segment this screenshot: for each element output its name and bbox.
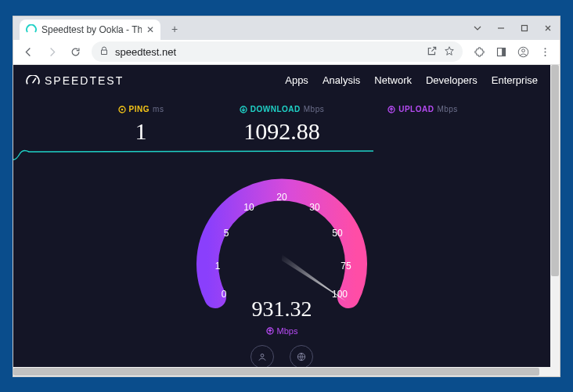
tick-5: 5 [224,228,229,239]
svg-point-5 [521,49,524,52]
scroll-corner [550,367,560,376]
ping-metric: PING ms 1 [98,102,184,145]
svg-point-7 [544,51,546,52]
speed-gauge: 0 1 5 10 20 30 50 75 100 931.32 [192,168,372,325]
menu-icon[interactable] [535,41,555,62]
vertical-scrollbar[interactable] [550,65,560,367]
svg-rect-3 [502,48,505,56]
tick-100: 100 [332,289,348,300]
window-maximize-button[interactable] [513,16,536,40]
profile-button[interactable] [250,345,274,367]
result-graph [13,149,373,160]
tick-1: 1 [215,261,221,272]
speedtest-logo-icon [26,75,40,86]
sidepanel-icon[interactable] [491,41,511,62]
site-header: SPEEDTEST Apps Analysis Network Develope… [13,65,550,96]
gauge-upload-icon [266,327,274,335]
extensions-icon[interactable] [469,41,489,62]
window-close-button[interactable] [536,16,560,40]
horizontal-scrollbar[interactable] [13,367,550,376]
nav-developers[interactable]: Developers [426,74,478,86]
tick-50: 50 [332,228,342,239]
reload-button[interactable] [65,41,85,62]
ping-value: 1 [98,118,184,145]
share-icon[interactable] [427,45,438,59]
page-content: SPEEDTEST Apps Analysis Network Develope… [13,65,560,376]
lock-icon [99,46,109,58]
logo-text: SPEEDTEST [45,74,124,87]
tick-20: 20 [276,192,286,203]
metrics-row: PING ms 1 DOWNLOAD Mbps 1092.88 [13,102,550,145]
toolbar: speedtest.net [13,40,560,65]
url-text: speedtest.net [115,46,420,58]
tab-title: Speedtest by Ookla - The Global [41,24,142,35]
download-icon [240,106,247,113]
gauge-unit-row: Mbps [13,326,550,336]
browser-window: Speedtest by Ookla - The Global ✕ + spee… [13,16,560,377]
site-logo[interactable]: SPEEDTEST [26,74,124,87]
new-tab-button[interactable]: + [165,20,184,38]
titlebar: Speedtest by Ookla - The Global ✕ + [13,16,560,40]
nav-analysis[interactable]: Analysis [323,74,360,86]
upload-icon [387,106,395,113]
tab-favicon [26,24,37,35]
tick-10: 10 [243,202,254,213]
gauge-value: 931.32 [252,297,312,322]
tick-0: 0 [222,289,227,300]
horizontal-scrollbar-thumb[interactable] [13,368,539,376]
back-button[interactable] [18,41,38,62]
svg-point-11 [121,108,123,110]
download-metric: DOWNLOAD Mbps 1092.88 [239,102,325,145]
window-minimize-button[interactable] [489,16,513,40]
tick-75: 75 [341,261,351,272]
svg-line-9 [33,78,36,82]
window-dropdown-button[interactable] [466,16,489,40]
svg-point-6 [544,48,546,49]
vertical-scrollbar-thumb[interactable] [551,65,559,276]
site-nav: Apps Analysis Network Developers Enterpr… [285,74,538,86]
upload-unit: Mbps [437,105,457,113]
download-unit: Mbps [304,105,324,113]
nav-network[interactable]: Network [374,74,412,86]
browser-tab[interactable]: Speedtest by Ookla - The Global ✕ [20,20,160,40]
bookmark-icon[interactable] [444,45,455,59]
download-label: DOWNLOAD [250,105,301,113]
download-value: 1092.88 [239,118,325,145]
tick-30: 30 [309,202,319,213]
svg-point-8 [544,54,546,56]
upload-label: UPLOAD [398,105,434,113]
server-button[interactable] [290,345,313,367]
gauge-unit-text: Mbps [277,326,298,336]
ping-unit: ms [153,105,164,113]
upload-metric: UPLOAD Mbps [380,102,466,145]
tab-close-icon[interactable]: ✕ [146,24,154,35]
forward-button[interactable] [41,41,62,62]
ping-icon [118,106,126,113]
address-bar[interactable]: speedtest.net [92,41,463,62]
ping-label: PING [129,105,150,113]
bottom-actions [13,345,550,367]
profile-icon[interactable] [513,41,533,62]
svg-rect-1 [522,25,528,31]
svg-point-15 [261,354,264,357]
nav-enterprise[interactable]: Enterprise [492,74,538,86]
nav-apps[interactable]: Apps [285,74,308,86]
